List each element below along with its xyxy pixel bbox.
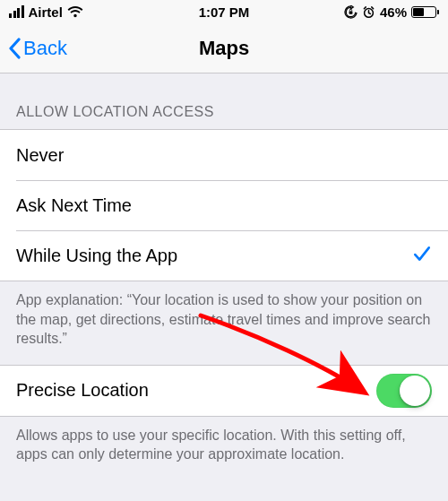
precise-location-row[interactable]: Precise Location: [0, 366, 448, 416]
wifi-icon: [67, 6, 83, 18]
battery-pct-label: 46%: [380, 4, 407, 20]
location-options-group: Never Ask Next Time While Using the App: [0, 129, 448, 281]
back-label: Back: [23, 37, 67, 60]
toggle-knob: [400, 376, 430, 406]
option-label: Ask Next Time: [16, 195, 132, 216]
svg-rect-0: [349, 11, 353, 13]
clock-label: 1:07 PM: [199, 4, 250, 20]
chevron-left-icon: [7, 38, 22, 59]
precise-location-toggle[interactable]: [376, 374, 432, 408]
option-label: Never: [16, 145, 64, 166]
section-header-location: ALLOW LOCATION ACCESS: [0, 73, 448, 129]
precise-location-group: Precise Location: [0, 365, 448, 417]
page-title: Maps: [199, 37, 249, 60]
option-ask-next-time[interactable]: Ask Next Time: [0, 180, 448, 230]
alarm-icon: [362, 5, 375, 19]
carrier-label: Airtel: [29, 4, 63, 20]
back-button[interactable]: Back: [7, 37, 67, 60]
option-label: While Using the App: [16, 246, 177, 266]
section-footer-explanation: App explanation: “Your location is used …: [0, 281, 448, 365]
status-left: Airtel: [9, 4, 83, 20]
status-right: 46%: [344, 4, 439, 20]
signal-bars-icon: [9, 5, 24, 18]
precise-location-label: Precise Location: [16, 380, 149, 401]
nav-bar: Back Maps: [0, 23, 448, 73]
status-bar: Airtel 1:07 PM 46%: [0, 0, 448, 23]
rotation-lock-icon: [344, 5, 358, 19]
option-while-using[interactable]: While Using the App: [0, 230, 448, 281]
section-footer-precise: Allows apps to use your specific locatio…: [0, 417, 448, 480]
checkmark-icon: [412, 244, 432, 268]
battery-icon: [411, 6, 439, 18]
option-never[interactable]: Never: [0, 130, 448, 180]
